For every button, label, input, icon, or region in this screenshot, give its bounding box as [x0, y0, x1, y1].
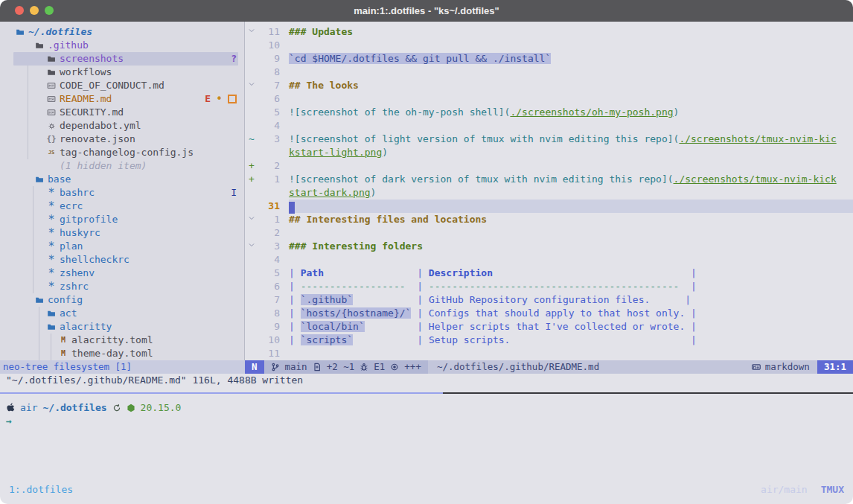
fold-chevron-icon[interactable]	[247, 25, 256, 39]
tree-item-ecrc[interactable]: *ecrc	[0, 200, 244, 213]
buffer-icon	[313, 363, 322, 371]
editor-line[interactable]: 5| Path | Description |	[245, 267, 853, 280]
tree-item-act[interactable]: act	[0, 307, 244, 320]
editor-line[interactable]: +2	[245, 159, 853, 173]
git-segment: main+2 ~1E1+++	[264, 360, 428, 374]
editor-line[interactable]: ~3![screenshot of light version of tmux …	[245, 133, 853, 146]
line-number: 5	[256, 267, 280, 280]
editor-line[interactable]: 9| `local/bin` | Helper scripts that I'v…	[245, 320, 853, 334]
js-icon: JS	[46, 146, 57, 159]
editor-line[interactable]: 6	[245, 92, 853, 106]
editor-line[interactable]: 3### Interesting folders	[245, 240, 853, 253]
tree-item-base[interactable]: base	[0, 173, 244, 186]
gutter	[247, 280, 256, 293]
md-icon	[46, 81, 57, 90]
star-icon: *	[46, 216, 57, 223]
folder-icon	[15, 28, 25, 36]
tree-item-label: shellcheckrc	[60, 253, 130, 267]
folder-icon	[46, 322, 57, 331]
neo-tree-statusline: neo-tree filesystem [1]	[0, 360, 245, 374]
tree-item-.github[interactable]: .github	[0, 39, 244, 52]
tree-item-dependabot.yml[interactable]: dependabot.yml	[0, 119, 244, 133]
tree-item-screenshots[interactable]: screenshots?	[0, 52, 244, 66]
fold-chevron-icon[interactable]	[247, 213, 256, 226]
status-badge: •	[216, 92, 223, 106]
md-icon	[46, 95, 57, 103]
tree-item-label: renovate.json	[60, 133, 135, 146]
fold-chevron-icon[interactable]	[247, 240, 256, 253]
editor-line[interactable]: 11### Updates	[245, 25, 853, 39]
editor-line[interactable]: start-dark.png)	[245, 186, 853, 200]
line-text: ### Updates	[289, 25, 853, 39]
editor-line[interactable]: 2	[245, 226, 853, 240]
editor-line[interactable]: 7| `.github` | GitHub Repository configu…	[245, 293, 853, 307]
editor-line[interactable]: 11	[245, 347, 853, 360]
fold-chevron-icon[interactable]	[247, 79, 256, 92]
editor-line[interactable]: kstart-light.png)	[245, 146, 853, 159]
line-text: start-dark.png)	[289, 186, 853, 200]
editor-line[interactable]: 10	[245, 39, 853, 52]
tree-item-zshrc[interactable]: *zshrc	[0, 280, 244, 293]
tree-item-label: zshrc	[60, 280, 89, 293]
tree-item-security.md[interactable]: SECURITY.md	[0, 106, 244, 119]
tree-item-config[interactable]: config	[0, 293, 244, 307]
editor-line[interactable]: +1![screenshot of dark version of tmux w…	[245, 173, 853, 186]
gutter	[247, 52, 256, 66]
tree-item-label: alacritty.toml	[71, 334, 153, 347]
line-text	[289, 347, 853, 360]
git-unstaged-icon	[228, 95, 237, 103]
terminal-window: main:1:.dotfiles - "ks~/.dotfiles" ~/.do…	[0, 0, 853, 504]
tree-item-label: screenshots	[60, 52, 124, 66]
tree-item--1-hidden-item-[interactable]: (1 hidden item)	[0, 159, 244, 173]
tree-item-label: workflows	[60, 66, 112, 79]
tree-item-label: base	[48, 173, 71, 186]
editor-line[interactable]: 6| ------------------ | ----------------…	[245, 280, 853, 293]
tree-item-zshenv[interactable]: *zshenv	[0, 267, 244, 280]
tree-item-label: zshenv	[60, 267, 95, 280]
editor-line[interactable]: 7## The looks	[245, 79, 853, 92]
editor-line[interactable]: 4	[245, 253, 853, 267]
gutter	[247, 146, 256, 159]
tree-item-gitprofile[interactable]: *gitprofile	[0, 213, 244, 226]
line-text: ### Interesting folders	[289, 240, 853, 253]
tree-item-label: bashrc	[60, 186, 95, 200]
tmux-window-item[interactable]: 1:.dotfiles	[9, 483, 73, 497]
tree-item-alacritty[interactable]: alacritty	[0, 320, 244, 334]
gutter	[247, 293, 256, 307]
line-number: 3	[256, 133, 280, 146]
editor-line[interactable]: 5![screenshot of the oh-my-posh shell](.…	[245, 106, 853, 119]
line-text	[289, 159, 853, 173]
tree-item-theme-day.toml[interactable]: Mtheme-day.toml	[0, 347, 244, 360]
editor-line[interactable]: 4	[245, 119, 853, 133]
line-text: | `local/bin` | Helper scripts that I've…	[289, 320, 853, 334]
editor-line[interactable]: 9`cd $HOME/.dotfiles && git pull && ./in…	[245, 52, 853, 66]
tmux-session-name: air/main	[761, 483, 808, 497]
tree-item-alacritty.toml[interactable]: Malacritty.toml	[0, 334, 244, 347]
shell-pane[interactable]: air~/.dotfiles20.15.0 →	[0, 394, 853, 481]
tree-item-label: README.md	[60, 92, 112, 106]
tree-item-plan[interactable]: *plan	[0, 240, 244, 253]
prompt-line: air~/.dotfiles20.15.0	[6, 401, 853, 415]
editor-line[interactable]: 1## Interesting files and locations	[245, 213, 853, 226]
tree-item---.dotfiles[interactable]: ~/.dotfiles	[0, 25, 244, 39]
git-branch: main	[285, 360, 307, 374]
tree-item-readme.md[interactable]: README.mdE•	[0, 92, 244, 106]
editor-line[interactable]: 8	[245, 66, 853, 79]
tree-item-renovate.json[interactable]: {}renovate.json	[0, 133, 244, 146]
tree-item-shellcheckrc[interactable]: *shellcheckrc	[0, 253, 244, 267]
tree-item-label: .github	[48, 39, 89, 52]
editor-line[interactable]: 10| `scripts` | Setup scripts. |	[245, 334, 853, 347]
tree-item-bashrc[interactable]: *bashrcI	[0, 186, 244, 200]
tmux-pane-border[interactable]	[0, 392, 853, 394]
tree-item-code-of-conduct.md[interactable]: CODE_OF_CONDUCT.md	[0, 79, 244, 92]
text-cursor	[289, 202, 295, 214]
folder-icon	[34, 175, 45, 184]
tree-item-label: SECURITY.md	[60, 106, 124, 119]
tree-item-workflows[interactable]: workflows	[0, 66, 244, 79]
tree-item-label: config	[48, 293, 83, 307]
editor-cursor-line[interactable]: 31	[245, 200, 853, 213]
tmux-top-pane: ~/.dotfiles.githubscreenshots?workflowsC…	[0, 22, 853, 360]
tree-item-huskyrc[interactable]: *huskyrc	[0, 226, 244, 240]
tree-item-tag-changelog-config.js[interactable]: JStag-changelog-config.js	[0, 146, 244, 159]
editor-line[interactable]: 8| `hosts/{hostname}/` | Configs that sh…	[245, 307, 853, 320]
